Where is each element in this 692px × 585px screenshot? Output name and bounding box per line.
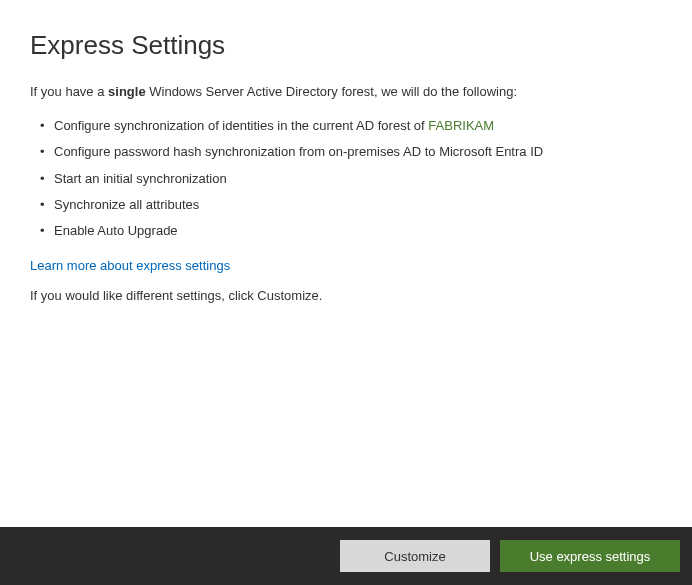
forest-name: FABRIKAM (428, 118, 494, 133)
list-item: Configure synchronization of identities … (40, 113, 662, 139)
intro-text: If you have a single Windows Server Acti… (30, 83, 662, 101)
bullet-text: Configure password hash synchronization … (54, 144, 543, 159)
customize-button[interactable]: Customize (340, 540, 490, 572)
footer-bar: Customize Use express settings (0, 527, 692, 585)
intro-suffix: Windows Server Active Directory forest, … (146, 84, 517, 99)
bullet-text: Enable Auto Upgrade (54, 223, 178, 238)
intro-prefix: If you have a (30, 84, 108, 99)
list-item: Enable Auto Upgrade (40, 218, 662, 244)
bullet-list: Configure synchronization of identities … (40, 113, 662, 244)
list-item: Start an initial synchronization (40, 166, 662, 192)
use-express-settings-button[interactable]: Use express settings (500, 540, 680, 572)
bullet-text: Synchronize all attributes (54, 197, 199, 212)
bullet-text: Configure synchronization of identities … (54, 118, 428, 133)
learn-more-link[interactable]: Learn more about express settings (30, 258, 230, 273)
main-content: Express Settings If you have a single Wi… (0, 0, 692, 305)
intro-bold: single (108, 84, 146, 99)
bullet-text: Start an initial synchronization (54, 171, 227, 186)
list-item: Configure password hash synchronization … (40, 139, 662, 165)
page-title: Express Settings (30, 30, 662, 61)
list-item: Synchronize all attributes (40, 192, 662, 218)
customize-note: If you would like different settings, cl… (30, 287, 662, 305)
